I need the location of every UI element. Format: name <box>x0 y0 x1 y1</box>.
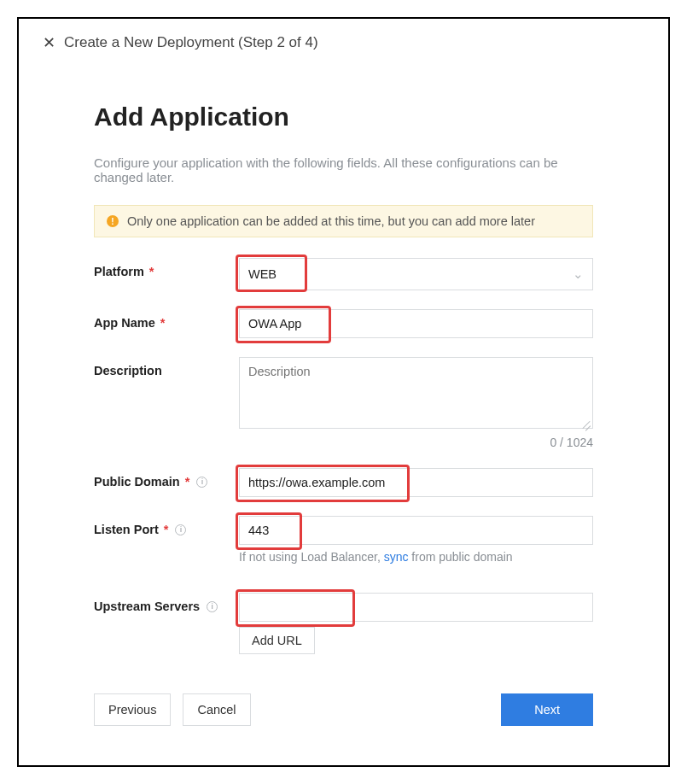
row-description: Description 0 / 1024 <box>94 357 593 449</box>
label-app-name: App Name * <box>94 309 239 330</box>
label-platform-text: Platform <box>94 265 144 278</box>
row-public-domain: Public Domain * i <box>94 468 593 497</box>
listen-port-hint-suffix: from public domain <box>408 550 512 564</box>
required-asterisk: * <box>185 475 190 489</box>
label-upstream-text: Upstream Servers <box>94 600 200 613</box>
label-listen-port: Listen Port * i <box>94 516 239 536</box>
sync-link[interactable]: sync <box>384 550 409 564</box>
info-notice: ! Only one application can be added at t… <box>94 205 593 237</box>
label-listen-port-text: Listen Port <box>94 523 159 536</box>
platform-select-value: WEB <box>248 267 277 281</box>
page-title: Add Application <box>94 102 593 132</box>
spacer <box>263 693 490 726</box>
platform-select[interactable]: WEB ⌄ <box>239 258 593 290</box>
spacer <box>94 627 239 634</box>
required-asterisk: * <box>149 265 154 278</box>
label-public-domain-text: Public Domain <box>94 475 180 489</box>
description-textarea[interactable] <box>239 357 593 429</box>
label-platform: Platform * <box>94 258 239 278</box>
row-upstream: Upstream Servers i <box>94 593 593 622</box>
dialog-title: Create a New Deployment (Step 2 of 4) <box>64 34 318 51</box>
listen-port-hint: If not using Load Balancer, sync from pu… <box>239 550 593 564</box>
cancel-button[interactable]: Cancel <box>183 693 250 726</box>
info-icon: ! <box>107 215 119 227</box>
row-platform: Platform * WEB ⌄ <box>94 258 593 290</box>
label-description-text: Description <box>94 364 162 377</box>
next-button[interactable]: Next <box>501 693 593 726</box>
info-icon[interactable]: i <box>207 601 218 612</box>
label-public-domain: Public Domain * i <box>94 468 239 489</box>
dialog-footer: Previous Cancel Next <box>43 693 644 726</box>
dialog-titlebar: ✕ Create a New Deployment (Step 2 of 4) <box>43 34 644 51</box>
info-icon[interactable]: i <box>196 477 207 488</box>
label-upstream: Upstream Servers i <box>94 593 239 613</box>
page-subtitle: Configure your application with the foll… <box>94 155 593 184</box>
listen-port-hint-prefix: If not using Load Balancer, <box>239 550 384 564</box>
previous-button[interactable]: Previous <box>94 693 171 726</box>
description-char-count: 0 / 1024 <box>239 436 593 449</box>
required-asterisk: * <box>164 523 169 536</box>
label-app-name-text: App Name <box>94 316 155 330</box>
deployment-dialog: ✕ Create a New Deployment (Step 2 of 4) … <box>17 17 670 767</box>
info-notice-text: Only one application can be added at thi… <box>127 214 535 228</box>
close-icon[interactable]: ✕ <box>43 35 55 50</box>
row-listen-port: Listen Port * i If not using Load Balanc… <box>94 516 593 564</box>
listen-port-input[interactable] <box>239 516 593 545</box>
info-icon[interactable]: i <box>175 524 186 535</box>
chevron-down-icon: ⌄ <box>573 266 584 282</box>
row-app-name: App Name * <box>94 309 593 338</box>
app-name-input[interactable] <box>239 309 593 338</box>
add-url-button[interactable]: Add URL <box>239 627 315 654</box>
row-upstream-add: Add URL <box>94 627 593 654</box>
required-asterisk: * <box>160 316 166 330</box>
dialog-content: Add Application Configure your applicati… <box>43 102 644 654</box>
public-domain-input[interactable] <box>239 468 593 497</box>
upstream-input[interactable] <box>239 593 593 622</box>
label-description: Description <box>94 357 239 377</box>
